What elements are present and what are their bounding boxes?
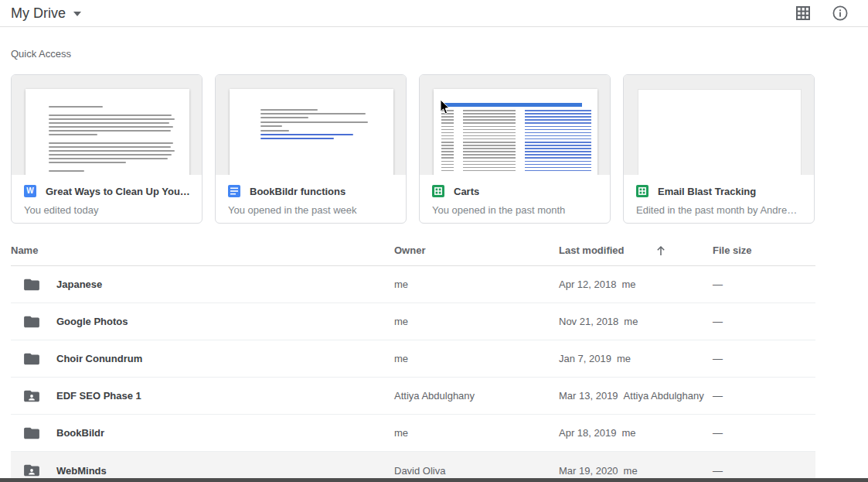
google-docs-icon	[228, 185, 240, 197]
grid-view-button[interactable]	[788, 2, 819, 25]
google-sheets-icon	[432, 185, 444, 197]
file-thumbnail	[624, 75, 814, 175]
file-row-google-photos[interactable]: Google Photos me Nov 21, 2018me —	[11, 303, 815, 340]
info-icon	[832, 5, 848, 21]
column-header-last-modified[interactable]: Last modified	[559, 244, 625, 256]
file-row-japanese[interactable]: Japanese me Apr 12, 2018me —	[11, 266, 815, 303]
grid-view-icon	[796, 6, 810, 20]
card-title: Email Blast Tracking	[658, 186, 756, 197]
file-modified-date: Nov 21, 2018	[559, 316, 618, 327]
file-modified-by: me	[624, 316, 638, 327]
quick-access-card-email-blast-tracking[interactable]: Email Blast Tracking Edited in the past …	[623, 74, 815, 224]
file-thumbnail	[216, 75, 406, 175]
column-header-owner[interactable]: Owner	[394, 244, 559, 256]
file-size: —	[713, 353, 815, 364]
folder-icon	[23, 315, 40, 329]
file-modified-by: me	[621, 279, 635, 290]
file-modified-by: me	[621, 427, 635, 439]
file-owner: Attiya Abdulghany	[394, 390, 559, 402]
file-size: —	[713, 465, 815, 477]
list-header: Name Owner Last modified File size	[11, 235, 815, 266]
card-title: Carts	[454, 186, 479, 197]
file-modified-date: Apr 12, 2018	[559, 279, 616, 290]
file-modified-by: me	[624, 465, 638, 477]
file-thumbnail	[420, 75, 610, 175]
file-row-bookbildr[interactable]: BookBildr me Apr 18, 2019me —	[11, 415, 815, 452]
column-header-file-size[interactable]: File size	[713, 244, 815, 256]
card-subtitle: You edited today	[24, 204, 191, 216]
file-owner: David Oliva	[394, 465, 559, 477]
file-name: WebMinds	[56, 465, 107, 477]
file-size: —	[713, 316, 815, 327]
word-file-icon: W	[24, 185, 36, 197]
my-drive-dropdown[interactable]: My Drive	[11, 5, 81, 22]
quick-access-card-great-ways[interactable]: W Great Ways to Clean Up Your G... You e…	[11, 74, 203, 224]
file-size: —	[713, 390, 815, 402]
file-owner: me	[394, 353, 559, 364]
file-modified-by: me	[617, 353, 631, 364]
file-name: Japanese	[56, 279, 102, 290]
card-subtitle: Edited in the past month by Andrew Lo...	[636, 204, 803, 216]
file-row-edf-seo-phase-1[interactable]: EDF SEO Phase 1 Attiya Abdulghany Mar 13…	[11, 378, 815, 415]
column-header-name[interactable]: Name	[11, 244, 394, 256]
file-size: —	[713, 427, 815, 439]
card-title: Great Ways to Clean Up Your G...	[46, 186, 191, 197]
file-row-choir-conundrum[interactable]: Choir Conundrum me Jan 7, 2019me —	[11, 340, 815, 378]
file-modified-by: Attiya Abdulghany	[624, 390, 704, 402]
card-subtitle: You opened in the past month	[432, 204, 599, 216]
shared-folder-icon	[23, 463, 40, 477]
file-modified-date: Mar 13, 2019	[559, 390, 618, 402]
quick-access-card-carts[interactable]: Carts You opened in the past month	[419, 74, 611, 224]
card-subtitle: You opened in the past week	[228, 204, 395, 216]
window-edge-strip	[0, 478, 868, 482]
top-bar: My Drive	[0, 0, 868, 27]
file-modified-date: Jan 7, 2019	[559, 353, 611, 364]
quick-access-row: W Great Ways to Clean Up Your G... You e…	[11, 74, 857, 224]
file-modified-date: Apr 18, 2019	[559, 427, 616, 439]
file-name: BookBildr	[56, 427, 104, 439]
shared-folder-icon	[23, 389, 40, 403]
sort-ascending-icon[interactable]	[655, 245, 666, 256]
file-size: —	[713, 279, 815, 290]
folder-icon	[23, 278, 40, 292]
card-title: BookBildr functions	[250, 186, 345, 197]
file-name: EDF SEO Phase 1	[56, 390, 141, 402]
page-title: My Drive	[11, 5, 66, 22]
folder-icon	[23, 352, 40, 366]
file-name: Choir Conundrum	[56, 353, 142, 364]
file-thumbnail	[12, 75, 202, 175]
info-button[interactable]	[825, 2, 856, 25]
file-list: Name Owner Last modified File size Japan…	[11, 235, 815, 482]
file-modified-date: Mar 19, 2020	[559, 465, 618, 477]
file-owner: me	[394, 279, 559, 290]
quick-access-heading: Quick Access	[11, 48, 868, 60]
quick-access-card-bookbildr-functions[interactable]: BookBildr functions You opened in the pa…	[215, 74, 407, 224]
google-sheets-icon	[636, 185, 648, 197]
folder-icon	[23, 426, 40, 440]
file-owner: me	[394, 427, 559, 439]
file-name: Google Photos	[56, 316, 128, 327]
file-owner: me	[394, 316, 559, 327]
chevron-down-icon	[73, 12, 81, 16]
